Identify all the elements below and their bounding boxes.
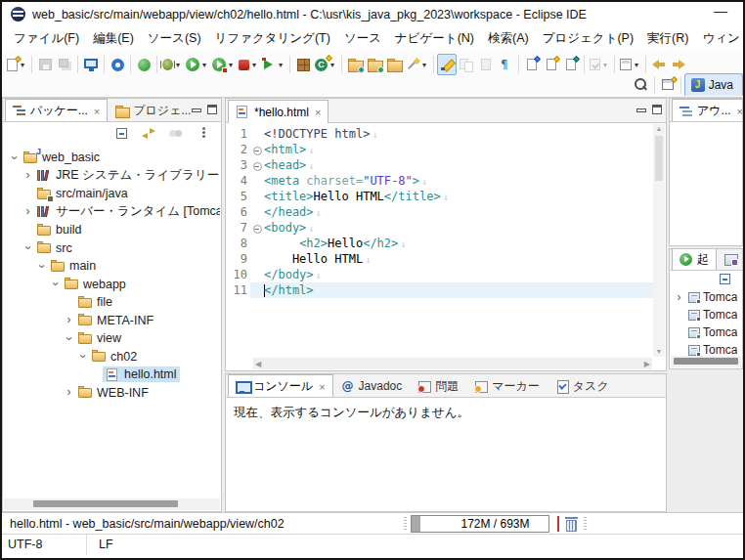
tree-expanded-arrow-icon[interactable]: › bbox=[63, 332, 75, 345]
new-class-button[interactable]: ▾ bbox=[313, 54, 338, 75]
menu-item-8[interactable]: 実行(R) bbox=[640, 27, 695, 50]
dropdown-arrow-icon[interactable]: ▾ bbox=[277, 61, 285, 69]
new-snippet-button-3[interactable] bbox=[561, 54, 581, 75]
menu-item-5[interactable]: ナビゲート(N) bbox=[388, 27, 481, 50]
tab-console[interactable]: コンソール× bbox=[228, 374, 333, 398]
tree-item[interactable]: ›webapp bbox=[4, 276, 220, 294]
tree-item[interactable]: ›サーバー・ランタイム [Tomcat10 ( bbox=[4, 203, 220, 222]
mark-occurrences-button[interactable] bbox=[437, 54, 457, 75]
search-button[interactable] bbox=[632, 74, 651, 96]
menu-item-2[interactable]: ソース(S) bbox=[141, 27, 208, 50]
open-terminal-button[interactable] bbox=[81, 54, 101, 75]
tree-collapsed-arrow-icon[interactable]: › bbox=[22, 169, 34, 182]
servers-hscrollbar[interactable] bbox=[671, 356, 741, 367]
scrollbar-thumb[interactable] bbox=[33, 500, 178, 507]
drag-grip[interactable] bbox=[584, 517, 587, 531]
maximize-view-button[interactable] bbox=[652, 105, 662, 114]
tree-expanded-arrow-icon[interactable]: › bbox=[35, 260, 48, 273]
server-item[interactable]: ›Tomca bbox=[671, 306, 741, 323]
tree-item[interactable]: ›main bbox=[4, 257, 220, 276]
tree-expanded-arrow-icon[interactable]: › bbox=[76, 350, 89, 363]
close-icon[interactable]: × bbox=[94, 106, 100, 117]
menu-item-7[interactable]: プロジェクト(P) bbox=[536, 27, 640, 50]
minimize-view-button[interactable] bbox=[192, 106, 200, 114]
close-icon[interactable]: × bbox=[319, 381, 325, 393]
scrollbar-thumb[interactable] bbox=[674, 358, 738, 365]
menu-item-1[interactable]: 編集(E) bbox=[86, 27, 141, 50]
drag-grip[interactable] bbox=[404, 517, 407, 531]
code-line[interactable]: 7−<body>↓ bbox=[227, 220, 665, 236]
show-whitespace-button[interactable] bbox=[496, 54, 515, 75]
annotation-navigation-button[interactable]: ▾ bbox=[618, 54, 642, 75]
dropdown-arrow-icon[interactable]: ▾ bbox=[19, 61, 26, 69]
editor-vscrollbar[interactable]: ▲ ▼ bbox=[653, 124, 665, 357]
collapse-fold-icon[interactable]: − bbox=[253, 225, 262, 234]
tab-markers[interactable]: マーカー bbox=[466, 374, 548, 397]
tab-tasks[interactable]: タスク bbox=[548, 374, 617, 397]
link-with-editor-button[interactable] bbox=[139, 124, 158, 142]
tree-item[interactable]: ›file bbox=[4, 293, 220, 312]
code-line[interactable]: 10</body>↓ bbox=[227, 267, 665, 282]
new-snippet-button-1[interactable] bbox=[522, 54, 542, 75]
tab-package-explorer[interactable]: パッケー...× bbox=[5, 99, 108, 122]
server-item[interactable]: ›Tomca bbox=[671, 323, 741, 341]
back-button[interactable] bbox=[649, 54, 669, 75]
tree-item[interactable]: ›ch02 bbox=[4, 348, 220, 366]
java-perspective-button[interactable]: Java bbox=[684, 73, 743, 96]
tree-item[interactable]: ›hello.html bbox=[4, 366, 220, 384]
scroll-right-icon[interactable]: ▶ bbox=[644, 360, 650, 368]
new-wizard-button[interactable]: ▾ bbox=[5, 54, 28, 75]
link-editor-button[interactable] bbox=[457, 54, 476, 75]
forward-button[interactable] bbox=[669, 54, 688, 75]
open-project-button[interactable] bbox=[365, 54, 384, 75]
coverage-button[interactable]: ▾ bbox=[210, 54, 237, 75]
tree-item[interactable]: ›Jweb_basic bbox=[4, 149, 220, 167]
window-minimize-button[interactable]: — bbox=[714, 3, 727, 19]
editor-hscrollbar[interactable]: ◀ ▶ bbox=[253, 358, 652, 369]
editor-tab-hello-html[interactable]: *hello.html × bbox=[228, 100, 329, 123]
menu-item-9[interactable]: ウィンドウ(W) bbox=[695, 27, 745, 50]
code-line[interactable]: 8 <h2>Hello</h2>↓ bbox=[227, 236, 665, 251]
code-line[interactable]: 6</head>↓ bbox=[227, 204, 665, 220]
tree-item[interactable]: ›src bbox=[4, 239, 220, 258]
code-line[interactable]: 4<meta charset="UTF-8">↓ bbox=[227, 173, 665, 189]
collapse-all-button[interactable] bbox=[715, 271, 734, 288]
scrollbar-thumb[interactable] bbox=[655, 136, 663, 181]
menu-item-3[interactable]: リファクタリング(T) bbox=[208, 27, 337, 50]
focus-button[interactable] bbox=[166, 124, 186, 142]
dropdown-arrow-icon[interactable]: ▾ bbox=[633, 61, 640, 69]
tree-expanded-arrow-icon[interactable]: › bbox=[49, 278, 62, 290]
minimize-view-button[interactable] bbox=[636, 106, 645, 114]
external-tools-button[interactable]: ▾ bbox=[404, 54, 430, 75]
code-line[interactable]: 9 Hello HTML↓ bbox=[227, 251, 665, 267]
code-line[interactable]: 3−<head>↓ bbox=[227, 157, 665, 173]
maximize-view-button[interactable] bbox=[207, 105, 217, 114]
dropdown-arrow-icon[interactable]: ▾ bbox=[227, 61, 235, 69]
view-menu-button[interactable] bbox=[194, 124, 213, 142]
tree-expanded-arrow-icon[interactable]: › bbox=[22, 241, 34, 254]
code-line[interactable]: 11</html> bbox=[227, 282, 665, 298]
scroll-down-icon[interactable]: ▼ bbox=[653, 347, 665, 357]
debug-button[interactable]: ▾ bbox=[160, 54, 184, 75]
collapse-all-button[interactable] bbox=[111, 124, 131, 142]
tab-servers[interactable]: サ bbox=[717, 249, 742, 270]
scroll-up-icon[interactable]: ▲ bbox=[653, 124, 665, 134]
code-line[interactable]: 2−<html>↓ bbox=[227, 142, 665, 157]
show-source-button[interactable] bbox=[476, 54, 496, 75]
dropdown-arrow-icon[interactable]: ▾ bbox=[250, 61, 258, 69]
profile-button[interactable]: ▾ bbox=[260, 54, 286, 75]
close-icon[interactable]: × bbox=[315, 107, 321, 118]
stop-button[interactable]: ▾ bbox=[237, 54, 260, 75]
new-java-project-button[interactable] bbox=[293, 54, 313, 75]
open-perspective-button[interactable] bbox=[658, 74, 678, 96]
dropdown-arrow-icon[interactable]: ▾ bbox=[420, 61, 428, 69]
tab-outline[interactable]: アウ... × bbox=[672, 99, 742, 122]
tree-collapsed-arrow-icon[interactable]: › bbox=[63, 314, 75, 326]
import-button[interactable] bbox=[345, 54, 365, 75]
tree-collapsed-arrow-icon[interactable]: › bbox=[22, 205, 34, 218]
save-button[interactable] bbox=[35, 54, 55, 75]
tree-item[interactable]: ›WEB-INF bbox=[4, 384, 220, 403]
open-file-button[interactable] bbox=[384, 54, 404, 75]
package-explorer-hscrollbar[interactable] bbox=[4, 498, 220, 510]
garbage-collect-button[interactable] bbox=[565, 517, 578, 532]
